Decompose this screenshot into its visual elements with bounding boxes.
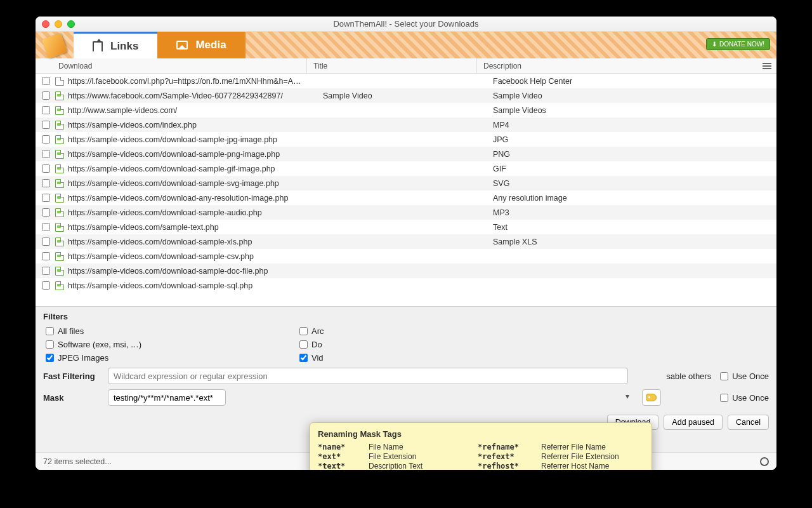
- row-checkbox[interactable]: [42, 208, 50, 217]
- row-desc: Sample XLS: [487, 237, 776, 246]
- mask-tag: *ext*: [318, 452, 369, 461]
- add-paused-button[interactable]: Add paused: [664, 415, 723, 430]
- tab-links[interactable]: Links: [74, 32, 157, 58]
- row-desc: Sample Video: [487, 91, 776, 100]
- row-desc: Sample Videos: [487, 106, 776, 115]
- row-url: https://sample-videos.com/download-sampl…: [68, 179, 317, 188]
- table-row[interactable]: https://www.facebook.com/Sample-Video-60…: [36, 88, 776, 103]
- mask-tag: *refname*: [478, 443, 541, 451]
- download-arrow-icon: ⬇: [712, 41, 717, 48]
- row-checkbox[interactable]: [42, 237, 50, 246]
- media-icon: [176, 41, 188, 50]
- tabs: Links Media: [74, 32, 246, 58]
- file-icon: [55, 135, 64, 144]
- donate-button[interactable]: ⬇ DONATE NOW!: [706, 38, 770, 50]
- table-row[interactable]: https://sample-videos.com/download-sampl…: [36, 249, 776, 264]
- fast-use-once[interactable]: Use Once: [720, 371, 769, 381]
- file-icon: [55, 164, 64, 173]
- row-url: https://sample-videos.com/download-sampl…: [68, 208, 317, 217]
- tab-media[interactable]: Media: [157, 32, 245, 58]
- filter-software-checkbox[interactable]: [46, 340, 54, 349]
- columns-menu-icon[interactable]: [763, 63, 771, 69]
- mask-tags-button[interactable]: [642, 389, 661, 406]
- row-checkbox[interactable]: [42, 164, 50, 173]
- file-icon: [55, 91, 64, 100]
- col-download[interactable]: Download: [55, 58, 307, 73]
- table-row[interactable]: https://sample-videos.com/download-sampl…: [36, 234, 776, 249]
- row-checkbox[interactable]: [42, 91, 50, 100]
- table-row[interactable]: https://l.facebook.com/l.php?u=https://o…: [36, 74, 776, 88]
- table-row[interactable]: https://sample-videos.com/download-sampl…: [36, 205, 776, 220]
- row-checkbox[interactable]: [42, 150, 50, 158]
- row-checkbox[interactable]: [42, 223, 50, 231]
- table-row[interactable]: https://sample-videos.com/sample-text.ph…: [36, 220, 776, 234]
- filter-videos[interactable]: Vid: [299, 353, 337, 363]
- filter-archives[interactable]: Arc: [299, 326, 337, 336]
- mask-label: Mask: [43, 393, 100, 403]
- row-checkbox[interactable]: [42, 121, 50, 129]
- table-row[interactable]: https://sample-videos.com/download-any-r…: [36, 190, 776, 205]
- table-row[interactable]: https://sample-videos.com/download-sampl…: [36, 176, 776, 190]
- filter-jpeg-checkbox[interactable]: [46, 354, 54, 362]
- table-row[interactable]: https://sample-videos.com/download-sampl…: [36, 132, 776, 147]
- row-desc: GIF: [487, 164, 776, 173]
- filter-videos-checkbox[interactable]: [299, 354, 308, 362]
- table-row[interactable]: http://www.sample-videos.com/Sample Vide…: [36, 103, 776, 117]
- filter-all[interactable]: All files: [46, 326, 274, 336]
- titlebar: DownThemAll! - Select your Downloads: [36, 17, 776, 32]
- row-url: https://sample-videos.com/download-sampl…: [68, 267, 317, 276]
- link-list[interactable]: https://l.facebook.com/l.php?u=https://o…: [36, 74, 776, 306]
- mask-tag: *refhost*: [478, 462, 541, 470]
- mask-use-once-checkbox[interactable]: [720, 394, 728, 402]
- app-window: DownThemAll! - Select your Downloads Lin…: [36, 17, 776, 470]
- row-desc: SVG: [487, 179, 776, 188]
- row-checkbox[interactable]: [42, 194, 50, 202]
- row-checkbox[interactable]: [42, 252, 50, 260]
- table-row[interactable]: https://sample-videos.com/download-sampl…: [36, 147, 776, 161]
- filter-software[interactable]: Software (exe, msi, …): [46, 340, 274, 349]
- mask-use-once[interactable]: Use Once: [720, 393, 769, 403]
- disable-others[interactable]: sable others: [666, 371, 711, 381]
- status-text: 72 items selected...: [43, 457, 112, 466]
- row-checkbox[interactable]: [42, 179, 50, 187]
- column-headers: Download Title Description: [36, 58, 776, 74]
- mask-input[interactable]: [108, 389, 226, 406]
- mask-tag: *name*: [318, 443, 369, 451]
- col-title[interactable]: Title: [307, 58, 477, 73]
- mask-tag-desc: Referrer File Name: [541, 443, 644, 451]
- row-url: https://sample-videos.com/download-sampl…: [68, 164, 317, 173]
- table-row[interactable]: https://sample-videos.com/index.phpMP4: [36, 117, 776, 132]
- row-url: https://sample-videos.com/download-sampl…: [68, 281, 317, 290]
- filter-documents[interactable]: Do: [299, 340, 337, 349]
- filter-jpeg[interactable]: JPEG Images: [46, 353, 274, 363]
- table-row[interactable]: https://sample-videos.com/download-sampl…: [36, 161, 776, 176]
- header-bar: Links Media ⬇ DONATE NOW!: [36, 32, 776, 58]
- row-url: https://sample-videos.com/download-sampl…: [68, 252, 317, 261]
- file-icon: [55, 267, 64, 276]
- filter-archives-checkbox[interactable]: [299, 327, 308, 335]
- row-checkbox[interactable]: [42, 281, 50, 290]
- row-url: https://www.facebook.com/Sample-Video-60…: [68, 91, 317, 100]
- mask-tag-desc: Description Text: [369, 462, 478, 470]
- row-desc: JPG: [487, 135, 776, 144]
- cancel-button[interactable]: Cancel: [728, 415, 769, 430]
- row-checkbox[interactable]: [42, 77, 50, 85]
- table-row[interactable]: https://sample-videos.com/download-sampl…: [36, 264, 776, 278]
- row-desc: MP3: [487, 208, 776, 217]
- fast-filter-input[interactable]: [108, 368, 628, 384]
- filter-all-checkbox[interactable]: [46, 327, 54, 335]
- row-checkbox[interactable]: [42, 106, 50, 114]
- row-url: https://sample-videos.com/sample-text.ph…: [68, 223, 317, 232]
- filter-documents-checkbox[interactable]: [299, 340, 308, 349]
- gear-icon[interactable]: [760, 457, 769, 466]
- fast-use-once-checkbox[interactable]: [720, 372, 728, 380]
- row-checkbox[interactable]: [42, 135, 50, 144]
- mask-tag-desc: Referrer File Extension: [541, 452, 644, 461]
- file-icon: [55, 194, 64, 203]
- mask-tag-desc: File Name: [369, 443, 478, 451]
- col-description[interactable]: Description: [483, 62, 521, 70]
- table-row[interactable]: https://sample-videos.com/download-sampl…: [36, 278, 776, 293]
- row-url: https://sample-videos.com/download-sampl…: [68, 135, 317, 144]
- links-icon: [93, 41, 103, 51]
- row-checkbox[interactable]: [42, 267, 50, 275]
